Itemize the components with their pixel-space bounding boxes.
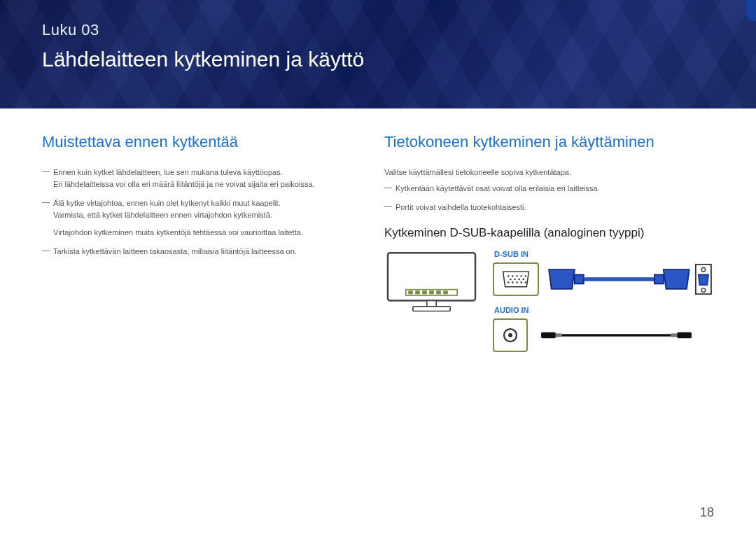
dsub-label: D-SUB IN [494,250,714,258]
svg-rect-25 [584,277,654,281]
svg-rect-5 [429,290,434,294]
sub-heading: Kytkeminen D-SUB-kaapelilla (analoginen … [384,226,714,240]
note-line: Eri lähdelaitteissa voi olla eri määrä l… [53,178,363,190]
svg-point-31 [508,333,512,337]
connection-diagram: D-SUB IN [384,250,714,362]
svg-rect-32 [541,332,556,339]
svg-rect-35 [671,334,678,337]
svg-point-12 [516,275,517,276]
monitor-icon [384,250,479,320]
svg-rect-33 [556,334,562,337]
svg-point-22 [520,282,522,283]
svg-point-14 [525,275,526,276]
svg-point-23 [525,282,526,283]
right-heading: Tietokoneen kytkeminen ja käyttäminen [384,133,714,151]
svg-point-10 [507,275,509,276]
left-column: Muistettava ennen kytkentää Ennen kuin k… [42,133,363,362]
dsub-cable-icon [546,263,714,295]
svg-point-19 [507,282,509,283]
audio-label: AUDIO IN [494,306,714,314]
right-column: Tietokoneen kytkeminen ja käyttäminen Va… [384,133,714,362]
svg-rect-9 [413,307,450,311]
note-item: Tarkista kytkettävän laitteen takaosasta… [42,246,363,258]
note-item: Älä kytke virtajohtoa, ennen kuin olet k… [42,197,363,239]
svg-rect-8 [427,301,436,307]
note-line: Virtajohdon kytkeminen muita kytkentöjä … [53,227,363,239]
left-notes: Ennen kuin kytket lähdelaitteen, lue sen… [42,167,363,258]
chapter-title: Lähdelaitteen kytkeminen ja käyttö [42,48,714,71]
chapter-header: Luku 03 Lähdelaitteen kytkeminen ja käyt… [0,0,756,108]
note-item: Kytkentään käytettävät osat voivat olla … [384,183,714,195]
svg-point-20 [512,282,513,283]
intro-text: Valitse käyttämällesi tietokoneelle sopi… [384,167,714,178]
port-column: D-SUB IN [493,250,714,362]
corner-tab [746,0,756,21]
svg-rect-7 [443,290,448,294]
note-line: Tarkista kytkettävän laitteen takaosasta… [53,247,297,255]
svg-rect-26 [654,275,664,284]
note-line: Kytkentään käytettävät osat voivat olla … [396,184,600,192]
svg-rect-2 [408,290,413,294]
svg-point-15 [510,279,511,280]
svg-rect-6 [436,290,441,294]
svg-point-16 [514,279,515,280]
note-item: Portit voivat vaihdella tuotekohtaisesti… [384,202,714,213]
svg-rect-34 [562,334,671,336]
svg-rect-3 [415,290,420,294]
dsub-port-icon [493,262,539,296]
note-line: Portit voivat vaihdella tuotekohtaisesti… [396,203,526,211]
left-heading: Muistettava ennen kytkentää [42,133,363,151]
dsub-row [493,262,714,296]
svg-point-17 [518,279,519,280]
svg-point-11 [512,275,513,276]
svg-rect-24 [575,275,584,284]
right-notes: Kytkentään käytettävät osat voivat olla … [384,183,714,213]
audio-port-icon [493,318,528,352]
note-line: Ennen kuin kytket lähdelaitteen, lue sen… [53,168,283,176]
note-line: Älä kytke virtajohtoa, ennen kuin olet k… [53,199,281,207]
svg-rect-4 [422,290,427,294]
svg-rect-36 [677,332,692,339]
svg-point-21 [516,282,517,283]
chapter-label: Luku 03 [42,21,714,39]
page-content: Muistettava ennen kytkentää Ennen kuin k… [0,108,756,362]
page-number: 18 [700,505,714,520]
audio-row [493,318,714,352]
note-line: Varmista, että kytket lähdelaitteen enne… [53,209,363,221]
svg-point-13 [520,275,522,276]
note-item: Ennen kuin kytket lähdelaitteen, lue sen… [42,167,363,190]
audio-cable-icon [535,326,703,344]
svg-point-18 [523,279,524,280]
